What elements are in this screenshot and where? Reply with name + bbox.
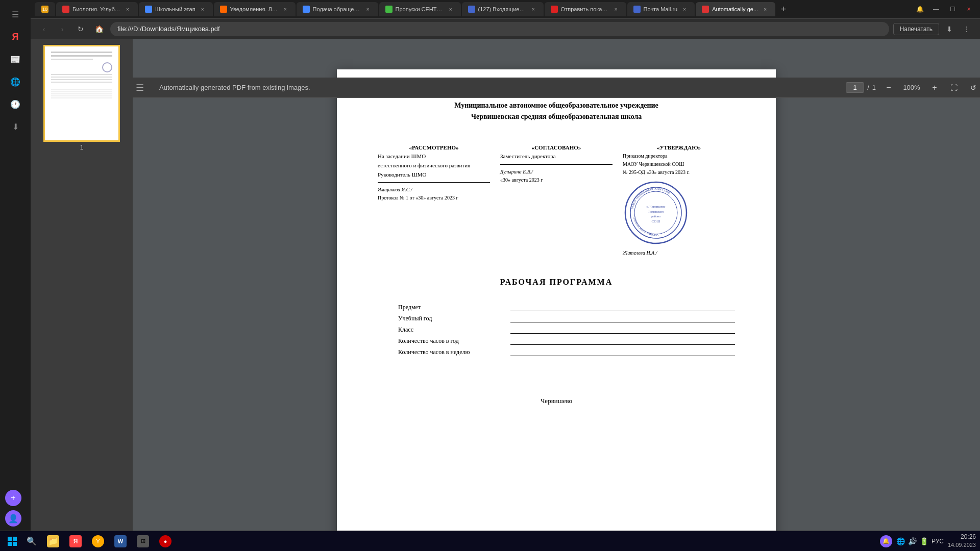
sidebar-translate-icon[interactable]: 🌐 [5, 71, 26, 92]
window-controls: 🔔 — ☐ × [913, 2, 976, 16]
field-line-year [510, 313, 735, 322]
tab-7[interactable]: (127) Входящие - М... × [462, 2, 544, 16]
language-indicator[interactable]: РУС [932, 538, 944, 545]
download-icon[interactable]: ⬇ [942, 22, 957, 36]
pdf-page-separator: / [867, 84, 869, 91]
volume-icon[interactable]: 🔊 [908, 537, 917, 545]
pdf-rotate-button[interactable]: ↺ [967, 81, 980, 94]
tab-7-close[interactable]: × [529, 5, 537, 13]
battery-icon: 🔋 [920, 537, 928, 545]
tab-5-close[interactable]: × [364, 5, 372, 13]
tab-10[interactable]: Automatically ge... × [696, 2, 775, 16]
considered-sig-line [378, 182, 490, 183]
tab-9[interactable]: Почта Mail.ru × [627, 2, 695, 16]
sidebar-profile-icon[interactable]: 👤 [5, 510, 21, 527]
sidebar-history-icon[interactable]: 🕐 [5, 94, 26, 114]
notifications-icon[interactable]: 🔔 [913, 2, 927, 16]
considered-sig: Ямщикова Я.С./ [378, 186, 490, 194]
field-line-hours-year [510, 336, 735, 345]
sidebar-add-icon[interactable]: + [5, 490, 21, 506]
taskbar-clock[interactable]: 20:26 14.09.2023 [948, 533, 976, 549]
tab-4-close[interactable]: × [281, 5, 289, 13]
start-button[interactable] [4, 533, 20, 549]
address-input[interactable] [110, 22, 889, 36]
taskbar-search-button[interactable]: 🔍 [22, 533, 41, 549]
svg-text:Тюменского: Тюменского [648, 210, 664, 213]
taskbar-word[interactable]: W [110, 533, 131, 549]
notification-badge[interactable]: 🔔 [880, 535, 892, 547]
agreed-sig: Дулырина Е.В./ [500, 168, 612, 176]
tab-9-close[interactable]: × [680, 5, 689, 13]
pdf-description: Automatically generated PDF from existin… [159, 84, 310, 91]
more-options-icon[interactable]: ⋮ [960, 22, 974, 36]
taskbar-right: 🔔 🌐 🔊 🔋 РУС 20:26 14.09.2023 [880, 533, 976, 549]
maximize-button[interactable]: ☐ [945, 2, 960, 16]
pdf-sidebar: 1 [31, 39, 133, 531]
pdf-thumbnail-1[interactable]: 1 [37, 45, 127, 151]
tab-8-close[interactable]: × [612, 5, 620, 13]
pdf-thumbnail-number: 1 [80, 144, 84, 151]
print-button[interactable]: Напечатать [893, 23, 939, 35]
tab-4-label: Уведомления. Лич... [230, 6, 278, 12]
tab-3-close[interactable]: × [199, 5, 207, 13]
considered-title: «РАССМОТРЕНО» [378, 143, 490, 153]
approved-sig: Жителева Н.А./ [623, 249, 735, 257]
pdf-zoom-in-button[interactable]: + [928, 81, 941, 94]
tab-9-label: Почта Mail.ru [644, 6, 678, 12]
tab-8[interactable]: Отправить показа... × [545, 2, 626, 16]
refresh-button[interactable]: ↻ [74, 22, 88, 36]
close-button[interactable]: × [962, 2, 976, 16]
svg-rect-11 [8, 542, 12, 546]
pdf-main-content[interactable]: Муниципальное автономное общеобразовател… [133, 39, 980, 531]
sidebar-yandex-icon[interactable]: Я [5, 27, 26, 47]
minimize-button[interactable]: — [929, 2, 943, 16]
tab-6[interactable]: Пропуски СЕНТЯБР... × [379, 2, 461, 16]
sidebar-news-icon[interactable]: 📰 [5, 49, 26, 69]
pdf-menu-button[interactable]: ☰ [133, 81, 147, 95]
tab-4[interactable]: Уведомления. Лич... × [214, 2, 296, 16]
field-line-subject [510, 302, 735, 311]
field-label-subject: Предмет [398, 304, 510, 311]
taskbar-file-explorer[interactable]: 📁 [43, 533, 63, 549]
forward-button[interactable]: › [55, 22, 69, 36]
back-button[interactable]: ‹ [37, 22, 51, 36]
svg-text:с. Червишево: с. Червишево [646, 205, 665, 208]
tab-5[interactable]: Подача обращени... × [297, 2, 378, 16]
taskbar-yandex[interactable]: Я [65, 533, 86, 549]
tab-2[interactable]: Биология. Углубле... × [56, 2, 138, 16]
field-label-class: Класс [398, 326, 510, 334]
tab-10-label: Automatically ge... [712, 6, 758, 12]
tab-10-close[interactable]: × [761, 5, 769, 13]
tab-7-label: (127) Входящие - М... [478, 6, 526, 12]
taskbar-app2[interactable]: ● [155, 533, 176, 549]
approved-line2: МАОУ Червишевской СОШ [623, 160, 735, 168]
pdf-thumbnail-image [43, 45, 120, 142]
tab-8-label: Отправить показа... [561, 6, 609, 12]
taskbar-app1[interactable]: ⊞ [133, 533, 153, 549]
home-button[interactable]: 🏠 [92, 22, 106, 36]
pdf-considered-block: «РАССМОТРЕНО» На заседании ШМО естествен… [378, 143, 490, 257]
sidebar-downloads-icon[interactable]: ⬇ [5, 116, 26, 137]
pdf-approved-block: «УТВЕРЖДАЮ» Приказом директора МАОУ Черв… [623, 143, 735, 257]
tab-6-close[interactable]: × [447, 5, 455, 13]
svg-rect-10 [13, 537, 17, 541]
new-tab-button[interactable]: + [776, 2, 791, 16]
tab-3[interactable]: Школьный этап × [139, 2, 213, 16]
pdf-approval-section: «РАССМОТРЕНО» На заседании ШМО естествен… [378, 143, 735, 257]
field-label-hours-week: Количество часов в неделю [398, 348, 510, 356]
network-icon[interactable]: 🌐 [896, 537, 905, 545]
considered-line1: На заседании ШМО [378, 152, 490, 161]
agreed-line1: Заместитель директора [500, 152, 612, 161]
field-line-hours-week [510, 347, 735, 356]
tab-bar: 10 Биология. Углубле... × Школьный этап … [31, 0, 980, 18]
pdf-zoom-out-button[interactable]: − [882, 81, 895, 94]
sidebar-menu-icon[interactable]: ☰ [5, 4, 26, 24]
considered-line3: Руководитель ШМО [378, 170, 490, 180]
taskbar-yandex2[interactable]: Y [88, 533, 108, 549]
pdf-agreed-block: «СОГЛАСОВАНО» Заместитель директора Дулы… [500, 143, 612, 257]
pdf-page-input[interactable] [846, 82, 864, 93]
agreed-sig-line [500, 164, 612, 165]
tab-1[interactable]: 10 [35, 2, 55, 16]
pdf-fit-button[interactable]: ⛶ [947, 81, 961, 94]
tab-2-close[interactable]: × [124, 5, 132, 13]
